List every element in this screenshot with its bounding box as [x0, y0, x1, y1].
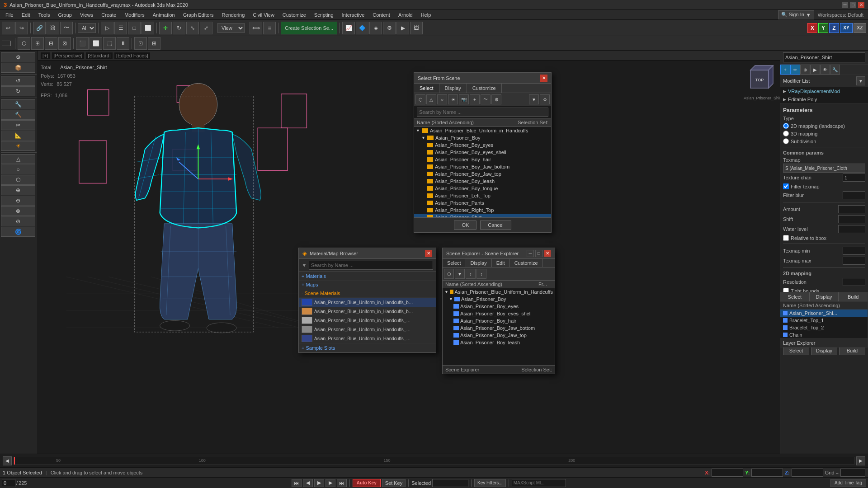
scale2-button[interactable]: ⤢	[200, 22, 212, 34]
relative-bbox-checkbox[interactable]	[783, 235, 789, 241]
active-shade-button[interactable]: 🖼	[410, 22, 423, 34]
left-btn-12[interactable]: ⬡	[1, 175, 35, 185]
mb-section-scene[interactable]: - Scene Materials	[299, 289, 436, 298]
left-btn-1[interactable]: ⚙	[1, 52, 35, 62]
sfs-item-left-top[interactable]: Asian_Prisoner_Left_Top	[414, 192, 551, 199]
mb-close-button[interactable]: ✕	[425, 250, 432, 257]
menu-modifiers[interactable]: Modifiers	[121, 11, 148, 19]
maxscript-input[interactable]	[512, 479, 566, 487]
filter-texmap-checkbox[interactable]	[783, 183, 789, 189]
left-btn-10[interactable]: △	[1, 154, 35, 164]
left-btn-6[interactable]: 🔨	[1, 110, 35, 120]
redo-button[interactable]: ↪	[15, 22, 28, 34]
display-button-right[interactable]: Display	[811, 346, 837, 355]
se-item-boy[interactable]: ▼ Asian_Prisoner_Boy	[443, 296, 555, 303]
sfs-tb-shapes[interactable]: ○	[437, 94, 447, 104]
mb-section-materials[interactable]: + Materials	[299, 272, 436, 281]
filter-blur-input[interactable]: 0,001	[843, 191, 865, 199]
next-frame-button[interactable]: ⏭	[337, 479, 347, 487]
left-btn-16[interactable]: ⊘	[1, 216, 35, 226]
left-btn-15[interactable]: ⊗	[1, 206, 35, 216]
tab-motion[interactable]: ▶	[810, 65, 820, 75]
sfs-tab-select[interactable]: Select	[414, 84, 439, 93]
sfs-item-eyes[interactable]: Asian_Prisoner_Boy_eyes	[414, 141, 551, 149]
se-minimize-button[interactable]: ─	[527, 250, 534, 257]
menu-animation[interactable]: Animation	[149, 11, 179, 19]
sfs-item-jaw-bottom[interactable]: Asian_Prisoner_Boy_Jaw_bottom	[414, 163, 551, 170]
timeline-prev-button[interactable]: ◀	[3, 456, 12, 465]
menu-create[interactable]: Create	[98, 11, 120, 19]
modifier-list-dropdown[interactable]: ▼	[856, 76, 865, 85]
left-btn-7[interactable]: ✂	[1, 120, 35, 130]
rbl-item-shirt[interactable]: Asian_Prisoner_Shi...	[780, 310, 868, 317]
sfs-tb-spacewarps[interactable]: 〜	[481, 94, 491, 104]
filter-combo[interactable]: All	[78, 23, 96, 33]
mb-item-chrome1[interactable]: Asian_Prisoner_Blue_Uniform_in_Handcuffs…	[299, 316, 436, 325]
se-tb-collapse[interactable]: ↕	[476, 269, 486, 279]
select-button-right[interactable]: Select	[783, 346, 809, 355]
rbl-item-bracelet2[interactable]: Bracelet_Top_2	[780, 324, 868, 331]
sfs-tb-geo[interactable]: △	[426, 94, 436, 104]
shift-input[interactable]: 0,0cm	[838, 215, 865, 223]
selected-input[interactable]	[432, 479, 468, 487]
sign-in-button[interactable]: 🔍 Sign In ▼	[778, 10, 814, 19]
left-btn-13[interactable]: ⊕	[1, 185, 35, 195]
se-maximize-button[interactable]: □	[535, 250, 542, 257]
sfs-tb-filter[interactable]: ▼	[529, 94, 539, 104]
se-tab-edit[interactable]: Edit	[492, 259, 510, 267]
se-item-jaw-bottom[interactable]: Asian_Prisoner_Boy_Jaw_bottom	[443, 324, 555, 332]
rbl-select-button[interactable]: Select	[780, 292, 810, 301]
add-time-tag-button[interactable]: Add Time Tag	[830, 479, 866, 487]
bind-space-warp[interactable]: 〜	[60, 22, 73, 34]
menu-scripting[interactable]: Scripting	[311, 11, 337, 19]
texture-chan-input[interactable]: 1	[843, 174, 865, 182]
se-item-eyes[interactable]: Asian_Prisoner_Boy_eyes	[443, 303, 555, 310]
se-item-jaw-top[interactable]: Asian_Prisoner_Boy_Jaw_top	[443, 332, 555, 339]
sfs-tb-options[interactable]: ⚙	[540, 94, 550, 104]
menu-help[interactable]: Help	[417, 11, 435, 19]
se-item-eyes-shell[interactable]: Asian_Prisoner_Boy_eyes_shell	[443, 310, 555, 317]
sfs-tab-customize[interactable]: Customize	[467, 84, 502, 93]
left-btn-2[interactable]: 📦	[1, 63, 35, 73]
tb2-btn5[interactable]: ⬛	[76, 37, 89, 50]
type-3d-label[interactable]: 3D mapping	[783, 131, 865, 136]
prev-key-button[interactable]: ◀	[303, 479, 313, 487]
sfs-tb-helpers[interactable]: +	[470, 94, 480, 104]
sfs-item-right-top[interactable]: Asian_Prisoner_Right_Top	[414, 206, 551, 214]
prev-frame-button[interactable]: ⏮	[292, 479, 302, 487]
menu-file[interactable]: File	[2, 11, 17, 19]
amount-input[interactable]: 3,0cm	[838, 205, 865, 213]
se-tb-select-all[interactable]: ⬡	[444, 269, 454, 279]
rbl-item-bracelet1[interactable]: Bracelet_Top_1	[780, 317, 868, 324]
texmap-button[interactable]: S (Asian_Male_Prisoner_Cloth	[783, 164, 865, 173]
mb-section-maps[interactable]: + Maps	[299, 281, 436, 289]
x-axis-button[interactable]: X	[807, 23, 817, 33]
y-axis-button[interactable]: Y	[818, 23, 828, 33]
viewport-label-edged[interactable]: [Edged Faces]	[114, 52, 150, 59]
tab-hierarchy[interactable]: ⊕	[800, 65, 810, 75]
sfs-tab-display[interactable]: Display	[439, 84, 467, 93]
se-item-hair[interactable]: Asian_Prisoner_Boy_hair	[443, 317, 555, 324]
timeline-track[interactable]: 50 100 150 200	[14, 457, 854, 465]
modifier-editable-poly[interactable]: ▶ Editable Poly	[780, 95, 868, 103]
mb-item-chrome2[interactable]: Asian_Prisoner_Blue_Uniform_in_Handcuffs…	[299, 325, 436, 334]
window-crossing-button[interactable]: ⬜	[142, 22, 154, 34]
select-object-button[interactable]: ▷	[101, 22, 113, 34]
tb2-btn7[interactable]: ⬚	[103, 37, 116, 50]
key-filters-button[interactable]: Key Filters...	[474, 479, 506, 487]
build-button-right[interactable]: Build	[839, 346, 865, 355]
z-axis-button[interactable]: Z	[829, 23, 839, 33]
select-move-button[interactable]: ✛	[159, 22, 172, 34]
menu-rendering[interactable]: Rendering	[218, 11, 249, 19]
mb-item-clothes[interactable]: Asian_Prisoner_Blue_Uniform_in_Handcuffs…	[299, 334, 436, 343]
se-item-leash[interactable]: Asian_Prisoner_Boy_leash	[443, 339, 555, 346]
se-close-button[interactable]: ✕	[544, 250, 551, 257]
object-name-input[interactable]: Asian_Prisoner_Shirt	[783, 52, 865, 62]
set-key-button[interactable]: Set Key	[382, 479, 406, 487]
se-tb-filter[interactable]: ▼	[455, 269, 465, 279]
left-btn-9[interactable]: ☀	[1, 141, 35, 151]
rbl-item-chain[interactable]: Chain	[780, 331, 868, 338]
sfs-item-hair[interactable]: Asian_Prisoner_Boy_hair	[414, 156, 551, 163]
sfs-item-jaw-top[interactable]: Asian_Prisoner_Boy_Jaw_top	[414, 170, 551, 178]
mirror-button[interactable]: ⟺	[250, 22, 262, 34]
